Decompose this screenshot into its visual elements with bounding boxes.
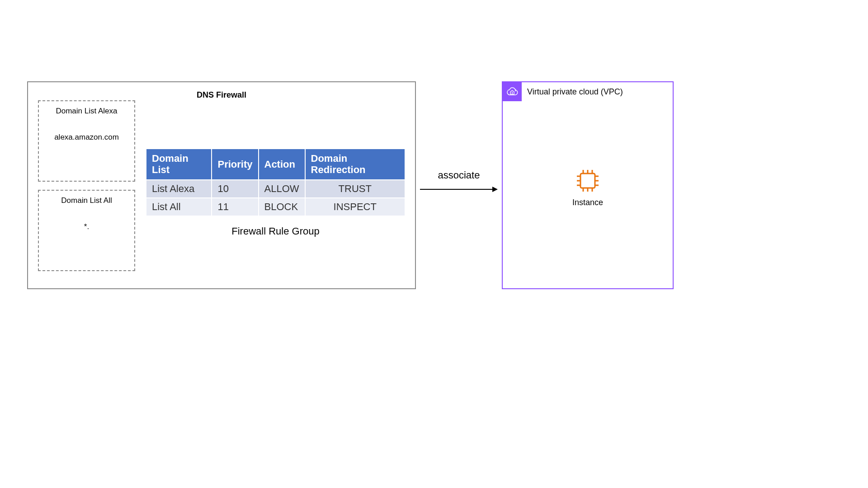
diagram-canvas: DNS Firewall Domain List Alexa alexa.ama… (27, 81, 841, 289)
cell-redirection: TRUST (305, 180, 405, 198)
rule-group-caption: Firewall Rule Group (146, 225, 406, 237)
cell-action: ALLOW (259, 180, 305, 198)
cell-redirection: INSPECT (305, 198, 405, 216)
vpc-cloud-icon (503, 82, 522, 101)
svg-rect-3 (580, 174, 595, 188)
domain-list-alexa-box: Domain List Alexa alexa.amazon.com (38, 100, 135, 182)
col-action: Action (259, 149, 305, 180)
rule-table: Domain List Priority Action Domain Redir… (146, 148, 406, 216)
vpc-box: Virtual private cloud (VPC) Instance (502, 81, 674, 289)
cell-priority: 11 (212, 198, 258, 216)
instance-chip-icon (575, 168, 600, 193)
associate-label: associate (416, 169, 502, 181)
cell-list: List Alexa (146, 180, 212, 198)
col-domain-list: Domain List (146, 149, 212, 180)
cell-action: BLOCK (259, 198, 305, 216)
table-row: List All 11 BLOCK INSPECT (146, 198, 405, 216)
col-priority: Priority (212, 149, 258, 180)
col-domain-redirection: Domain Redirection (305, 149, 405, 180)
associate-connector: associate (416, 169, 502, 194)
cell-priority: 10 (212, 180, 258, 198)
vpc-header: Virtual private cloud (VPC) (503, 82, 673, 101)
firewall-rule-group: Domain List Priority Action Domain Redir… (146, 148, 406, 237)
domain-list-all-box: Domain List All *. (38, 190, 135, 271)
vpc-title: Virtual private cloud (VPC) (527, 87, 623, 97)
table-row: List Alexa 10 ALLOW TRUST (146, 180, 405, 198)
arrow-icon (418, 185, 500, 194)
dns-firewall-box: DNS Firewall Domain List Alexa alexa.ama… (27, 81, 416, 289)
domain-list-alexa-title: Domain List Alexa (56, 107, 117, 116)
instance-label: Instance (572, 198, 603, 207)
domain-lists-group: Domain List Alexa alexa.amazon.com Domai… (38, 100, 135, 279)
cell-list: List All (146, 198, 212, 216)
dns-firewall-title: DNS Firewall (37, 90, 406, 100)
domain-list-all-value: *. (84, 222, 89, 231)
domain-list-alexa-value: alexa.amazon.com (54, 133, 119, 142)
table-header-row: Domain List Priority Action Domain Redir… (146, 149, 405, 180)
svg-marker-1 (492, 187, 498, 192)
domain-list-all-title: Domain List All (61, 196, 112, 205)
instance-group: Instance (572, 168, 603, 207)
